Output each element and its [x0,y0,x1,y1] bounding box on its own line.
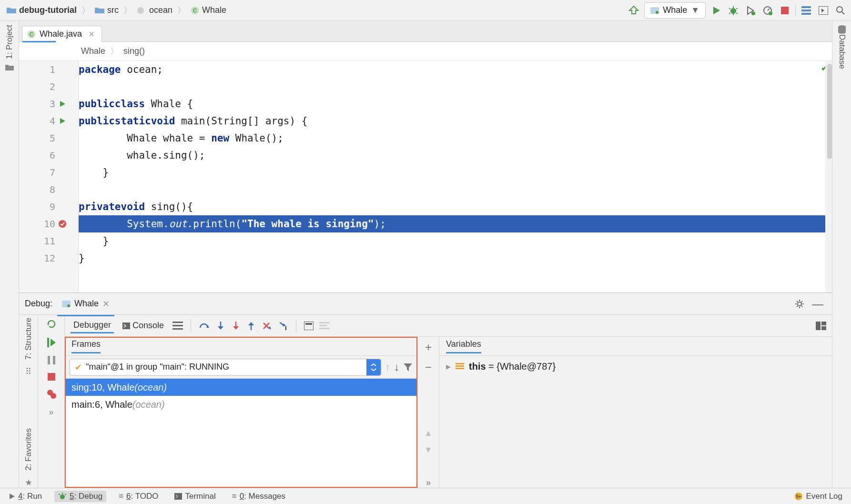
structure-tool-button[interactable]: 7: Structure [24,318,33,360]
svg-rect-23 [53,356,55,364]
resume-icon[interactable] [47,338,56,347]
stop-button[interactable] [778,4,791,17]
breadcrumb-class[interactable]: C Whale [188,5,229,15]
frame-list: sing:10, Whale (ocean) main:6, Whale (oc… [65,379,417,488]
editor-tab-whale[interactable]: C Whale.java ✕ [22,26,102,42]
svg-rect-39 [456,363,464,364]
breadcrumb-project[interactable]: debug-tutorial [4,5,80,15]
run-button[interactable] [709,4,723,17]
run-anything-icon[interactable] [817,4,830,17]
project-structure-icon[interactable] [800,4,813,17]
status-todo[interactable]: ≡ 6: TODO [115,491,162,502]
svg-point-6 [751,11,755,15]
svg-text:9+: 9+ [796,494,802,499]
breadcrumb-src[interactable]: src [92,5,122,15]
frame-item[interactable]: sing:10, Whale (ocean) [65,379,417,396]
line-number: 12 [19,250,78,267]
list-icon: ≡ [232,492,237,501]
force-step-into-icon[interactable] [231,321,241,331]
layout-icon[interactable] [816,322,826,330]
svg-rect-12 [801,13,811,15]
step-out-icon[interactable] [246,321,256,331]
filter-icon[interactable] [403,363,413,372]
scrollbar-track[interactable] [825,61,832,292]
prev-frame-icon[interactable]: ↑ [385,361,390,373]
status-terminal[interactable]: Terminal [171,491,219,502]
thread-select[interactable]: ✔ "main"@1 in group "main": RUNNING [70,359,381,376]
context-class[interactable]: Whale [81,46,105,56]
status-debug[interactable]: 5: Debug [54,491,106,502]
code-area[interactable]: package ocean; public class Whale { publ… [79,61,832,292]
down-icon[interactable]: ▼ [424,445,433,455]
expand-icon[interactable]: ▸ [446,361,451,372]
debug-button[interactable] [727,4,740,17]
drop-frame-icon[interactable] [262,321,272,331]
context-method[interactable]: sing() [123,46,145,56]
svg-rect-22 [48,356,50,364]
profile-button[interactable] [761,4,774,17]
more-icon[interactable]: » [426,478,431,488]
minimize-icon[interactable]: — [809,297,826,311]
variable-value: = {Whale@787} [486,361,556,372]
line-number: 2 [19,78,78,95]
code-editor[interactable]: ✔ 1 2 3 4 5 6 7 8 9 10 11 12 package oce… [19,61,832,292]
variables-panel: Variables ▸ this = {Whale@787} [439,337,832,488]
variable-row[interactable]: ▸ this = {Whale@787} [439,356,832,377]
next-frame-icon[interactable]: ↓ [394,361,399,373]
status-event-log[interactable]: 9+ Event Log [790,491,846,502]
run-configuration-select[interactable]: Whale ▼ [644,2,706,19]
breadcrumb-package[interactable]: ocean [134,5,175,15]
status-messages[interactable]: ≡ 0: Messages [228,491,289,502]
frames-header: Frames [65,337,417,356]
evaluate-icon[interactable] [304,322,314,330]
more-icon[interactable]: » [49,407,53,417]
close-icon[interactable]: ✕ [89,30,95,39]
folder-icon [95,7,104,14]
build-icon[interactable] [627,4,640,17]
tab-debugger[interactable]: Debugger [71,318,114,333]
trace-icon[interactable] [319,322,330,330]
debug-header: Debug: Whale ✕ — [19,293,832,315]
chevron-right-icon: 〉 [122,5,134,16]
close-icon[interactable]: ✕ [102,299,110,309]
up-icon[interactable]: ▲ [424,428,433,438]
step-over-icon[interactable] [199,321,210,331]
application-icon [650,7,659,14]
coverage-button[interactable] [744,4,757,17]
breakpoints-icon[interactable] [47,389,56,399]
threads-icon[interactable] [172,322,183,330]
search-icon[interactable] [834,4,847,17]
svg-rect-30 [172,328,183,330]
project-tool-button[interactable]: 1: Project [5,25,14,59]
favorites-tool-button[interactable]: 2: Favorites [24,428,33,471]
folder-icon [5,64,14,71]
debug-tool-window: Debug: Whale ✕ — 7: Structure ⠿ 2: Favor… [19,292,832,488]
step-into-icon[interactable] [216,321,225,331]
chevron-right-icon: 〉 [175,5,188,16]
event-log-icon: 9+ [794,492,803,501]
thread-label: "main"@1 in group "main": RUNNING [86,362,229,372]
svg-rect-44 [174,493,182,500]
debug-action-column: » [38,315,65,488]
breakpoint-icon[interactable] [58,220,67,228]
gear-icon[interactable] [795,299,804,309]
pause-icon[interactable] [48,356,55,364]
rerun-icon[interactable] [46,319,57,329]
dropdown-caret-icon[interactable] [366,359,381,375]
line-number: 3 [19,95,78,112]
tab-console[interactable]: Console [120,319,167,333]
svg-rect-40 [456,365,464,367]
add-watch-icon[interactable]: + [425,341,432,354]
run-gutter-icon[interactable] [59,118,66,124]
run-gutter-icon[interactable] [59,101,66,107]
debug-session-tab[interactable]: Whale ✕ [57,296,114,312]
list-icon: ≡ [119,492,123,501]
run-to-cursor-icon[interactable] [278,321,288,331]
frame-item[interactable]: main:6, Whale (ocean) [65,396,417,413]
status-run[interactable]: 4: Run [5,491,46,502]
database-tool-button[interactable]: Database [837,34,847,69]
terminal-icon [174,493,182,500]
stop-icon[interactable] [48,373,55,381]
remove-watch-icon[interactable]: − [425,361,432,374]
scrollbar-thumb[interactable] [827,64,832,159]
